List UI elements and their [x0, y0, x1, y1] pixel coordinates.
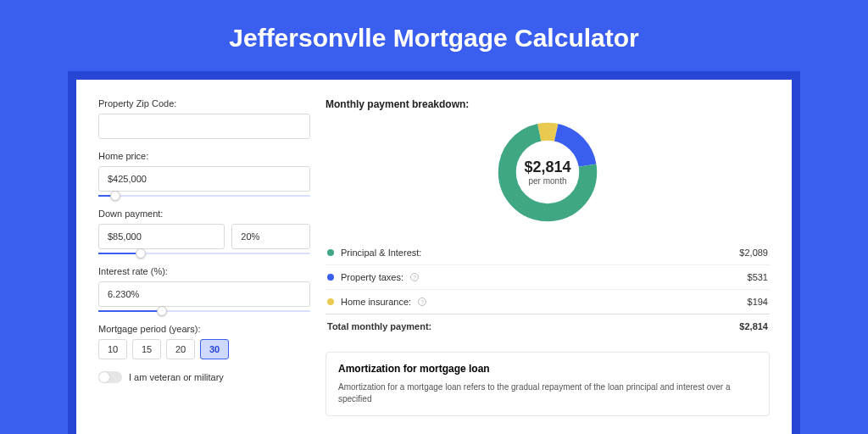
home-price-slider[interactable] [98, 195, 310, 197]
interest-input[interactable] [98, 281, 310, 307]
donut-amount: $2,814 [524, 159, 570, 176]
zip-label: Property Zip Code: [98, 98, 310, 108]
period-option-15[interactable]: 15 [132, 339, 161, 359]
down-payment-slider-fill [98, 253, 141, 254]
period-field: Mortgage period (years): 10152030 [98, 324, 310, 359]
legend-dot-pi [327, 249, 334, 256]
veteran-toggle-knob [99, 372, 109, 382]
donut-center: $2,814 per month [494, 119, 601, 225]
veteran-label: I am veteran or military [129, 372, 224, 382]
veteran-row: I am veteran or military [98, 371, 310, 383]
content-band: Property Zip Code: Home price: Down paym… [68, 71, 800, 434]
amortization-title: Amortization for mortgage loan [338, 363, 757, 375]
period-option-30[interactable]: 30 [200, 339, 229, 359]
period-label: Mortgage period (years): [98, 324, 310, 334]
period-options: 10152030 [98, 339, 310, 359]
interest-slider-fill [98, 310, 162, 312]
down-payment-pct-input[interactable] [231, 224, 310, 249]
breakdown-total-row: Total monthly payment: $2,814 [326, 314, 770, 338]
donut-chart: $2,814 per month [494, 119, 601, 225]
calculator-panel: Property Zip Code: Home price: Down paym… [76, 80, 792, 434]
period-option-10[interactable]: 10 [98, 339, 127, 359]
period-option-20[interactable]: 20 [166, 339, 195, 359]
donut-chart-container: $2,814 per month [326, 119, 770, 225]
down-payment-field: Down payment: [98, 209, 310, 254]
home-price-slider-thumb[interactable] [110, 191, 120, 201]
breakdown-value-ins: $194 [748, 297, 768, 307]
down-payment-slider-thumb[interactable] [136, 248, 146, 259]
breakdown-label-ins: Home insurance: [341, 297, 411, 307]
donut-sub: per month [528, 176, 566, 186]
down-payment-slider[interactable] [98, 253, 310, 254]
interest-slider-thumb[interactable] [157, 306, 167, 316]
home-price-label: Home price: [98, 151, 310, 161]
veteran-toggle[interactable] [98, 371, 122, 383]
form-column: Property Zip Code: Home price: Down paym… [98, 98, 310, 434]
home-price-input[interactable] [98, 166, 310, 192]
breakdown-row-tax: Property taxes:?$531 [326, 264, 770, 289]
zip-field: Property Zip Code: [98, 98, 310, 139]
info-icon[interactable]: ? [410, 273, 419, 281]
legend-dot-ins [327, 298, 334, 305]
page-title: Jeffersonvlle Mortgage Calculator [0, 0, 868, 71]
info-icon[interactable]: ? [418, 298, 426, 306]
interest-slider[interactable] [98, 310, 310, 312]
interest-field: Interest rate (%): [98, 266, 310, 312]
breakdown-value-tax: $531 [748, 272, 768, 282]
breakdown-label-tax: Property taxes: [341, 272, 403, 282]
legend-dot-tax [327, 274, 334, 281]
interest-label: Interest rate (%): [98, 266, 310, 276]
down-payment-label: Down payment: [98, 209, 310, 219]
breakdown-row-ins: Home insurance:?$194 [326, 289, 770, 314]
breakdown-value-pi: $2,089 [739, 248, 768, 258]
down-payment-amount-input[interactable] [98, 224, 225, 249]
home-price-field: Home price: [98, 151, 310, 197]
breakdown-rows: Principal & Interest:$2,089Property taxe… [326, 241, 770, 314]
breakdown-label-pi: Principal & Interest: [341, 248, 421, 258]
breakdown-row-pi: Principal & Interest:$2,089 [326, 241, 770, 264]
amortization-text: Amortization for a mortgage loan refers … [338, 381, 757, 405]
zip-input[interactable] [98, 114, 310, 139]
breakdown-title: Monthly payment breakdown: [326, 98, 770, 110]
breakdown-column: Monthly payment breakdown: $2,814 per mo… [326, 98, 770, 434]
breakdown-total-label: Total monthly payment: [327, 321, 431, 331]
amortization-card: Amortization for mortgage loan Amortizat… [326, 352, 770, 416]
breakdown-total-value: $2,814 [739, 321, 768, 331]
